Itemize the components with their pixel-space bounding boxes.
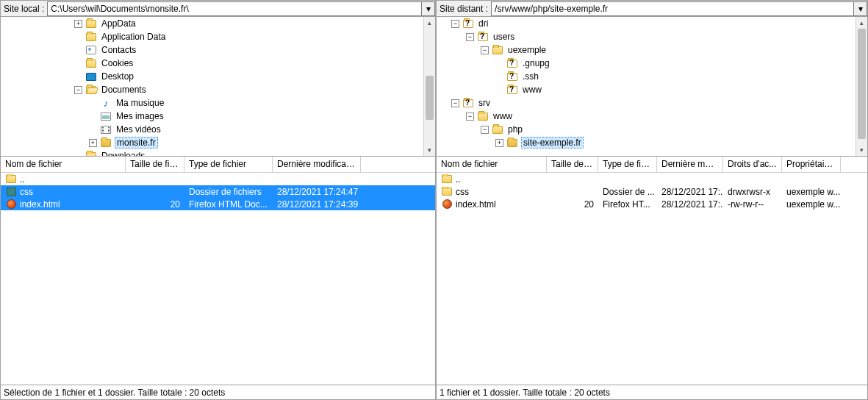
unknown-folder-icon: ? [462,18,474,29]
collapse-icon[interactable]: − [466,33,474,41]
expand-icon[interactable]: + [89,139,97,147]
collapse-icon[interactable]: − [451,99,459,107]
file-cell-perm: -rw-rw-r-- [723,199,782,210]
local-tree[interactable]: +AppDataApplication DataContactsCookiesD… [1,17,435,157]
video-icon [100,124,112,135]
tree-item-label: www [521,85,543,95]
tree-item-label: .gnupg [521,58,551,68]
file-row[interactable]: index.html20Firefox HT...28/12/2021 17:.… [437,198,867,210]
tree-item[interactable]: +AppData [1,17,423,30]
file-row[interactable]: index.html20Firefox HTML Doc...28/12/202… [1,198,435,210]
tree-item[interactable]: −?srv [437,96,856,110]
tree-item[interactable]: Desktop [1,70,423,83]
file-row[interactable]: .. [1,173,435,185]
tree-item[interactable]: Mes images [1,110,423,123]
column-header[interactable]: Dernière modificat... [273,157,361,172]
folder-icon [85,18,97,29]
remote-file-headers[interactable]: Nom de fichierTaille de fi...Type de fic… [437,157,867,173]
tree-item[interactable]: +monsite.fr [1,136,423,149]
tree-item[interactable]: Cookies [1,57,423,70]
scroll-thumb[interactable] [426,76,434,120]
collapse-icon[interactable]: − [481,46,489,54]
unknown-folder-icon: ? [506,85,518,95]
file-row[interactable]: cssDossier de fichiers28/12/2021 17:24:4… [1,185,435,198]
column-header[interactable]: Dernière modif... [657,157,723,172]
tree-item-label: dri [477,18,489,29]
column-header[interactable]: Propriétaire... [782,157,841,172]
remote-path-dropdown[interactable]: ▾ [854,1,867,16]
file-row[interactable]: cssDossier de ...28/12/2021 17:...drwxrw… [437,185,867,198]
tree-item[interactable]: +site-exemple.fr [437,136,856,149]
remote-path-input[interactable]: /srv/www/php/site-exemple.fr [491,1,854,16]
remote-pane: Site distant : /srv/www/php/site-exemple… [436,0,868,400]
folder-icon [85,58,97,68]
file-cell-name: css [437,187,547,197]
tree-item[interactable]: ?.gnupg [437,57,856,70]
tree-item[interactable]: −?users [437,30,856,43]
collapse-icon[interactable]: − [74,86,82,94]
collapse-icon[interactable]: − [481,126,489,134]
tree-item[interactable]: ?.ssh [437,70,856,83]
scroll-thumb[interactable] [858,29,866,139]
file-cell-type: Dossier de ... [598,187,657,197]
scroll-up-icon[interactable]: ▴ [424,17,435,29]
unknown-folder-icon: ? [462,98,474,108]
file-cell-owner: uexemple w... [782,199,841,210]
folder-icon [441,174,453,185]
expand-icon[interactable]: + [495,139,503,147]
local-site-label: Site local : [1,4,47,14]
tree-item[interactable]: −?dri [437,17,856,30]
column-header[interactable]: Nom de fichier [437,157,547,172]
collapse-icon[interactable]: − [451,20,459,28]
file-cell-owner: uexemple w... [782,187,841,197]
column-header[interactable]: Taille de fic... [126,157,184,172]
local-path-dropdown[interactable]: ▾ [422,1,435,16]
remote-tree[interactable]: −?dri−?users−uexemple?.gnupg?.ssh?www−?s… [437,17,867,157]
column-header[interactable]: Droits d'ac... [723,157,782,172]
unknown-folder-icon: ? [477,32,489,42]
folder-icon [85,151,97,156]
local-tree-scrollbar[interactable]: ▴ ▾ [423,17,435,156]
file-row[interactable]: .. [437,173,867,185]
column-header[interactable]: Nom de fichier [1,157,126,172]
tree-item[interactable]: −uexemple [437,43,856,57]
file-cell-type: Firefox HTML Doc... [184,199,273,210]
tree-item[interactable]: ?www [437,83,856,96]
collapse-icon[interactable]: − [466,113,474,121]
tree-item[interactable]: Contacts [1,43,423,57]
tree-item[interactable]: −php [437,123,856,136]
local-file-list[interactable]: ..cssDossier de fichiers28/12/2021 17:24… [1,173,435,385]
scroll-down-icon[interactable]: ▾ [424,144,435,156]
tree-item[interactable]: ♪Ma musique [1,96,423,110]
unknown-folder-icon: ? [506,71,518,82]
local-path-input[interactable]: C:\Users\wil\Documents\monsite.fr\ [47,1,422,16]
tree-item-label: php [506,124,524,135]
tree-item[interactable]: −Documents [1,83,423,96]
folder-icon [100,138,112,148]
html-file-icon [441,199,453,210]
tree-item[interactable]: Downloads [1,149,423,156]
remote-tree-scrollbar[interactable]: ▴ ▾ [856,17,867,156]
remote-file-list[interactable]: ..cssDossier de ...28/12/2021 17:...drwx… [437,173,867,385]
tree-item-label: uexemple [506,45,548,55]
remote-site-label: Site distant : [437,4,491,14]
css-folder-icon [5,187,17,197]
tree-item-label: users [492,32,516,42]
folder-icon [85,32,97,42]
scroll-down-icon[interactable]: ▾ [856,144,867,156]
file-cell-date: 28/12/2021 17:... [657,199,723,210]
tree-item[interactable]: Mes vidéos [1,123,423,136]
tree-item-label: Downloads [100,151,146,156]
column-header[interactable]: Type de fic... [598,157,657,172]
chevron-down-icon: ▾ [858,4,863,14]
column-header[interactable]: Type de fichier [184,157,273,172]
folder-open-icon [85,85,97,95]
tree-item[interactable]: −www [437,110,856,123]
folder-icon [492,124,503,135]
local-file-headers[interactable]: Nom de fichierTaille de fic...Type de fi… [1,157,435,173]
column-header[interactable]: Taille de fi... [547,157,598,172]
file-cell-perm: drwxrwsr-x [723,187,782,197]
expand-icon[interactable]: + [74,20,82,28]
tree-item[interactable]: Application Data [1,30,423,43]
scroll-up-icon[interactable]: ▴ [856,17,867,29]
